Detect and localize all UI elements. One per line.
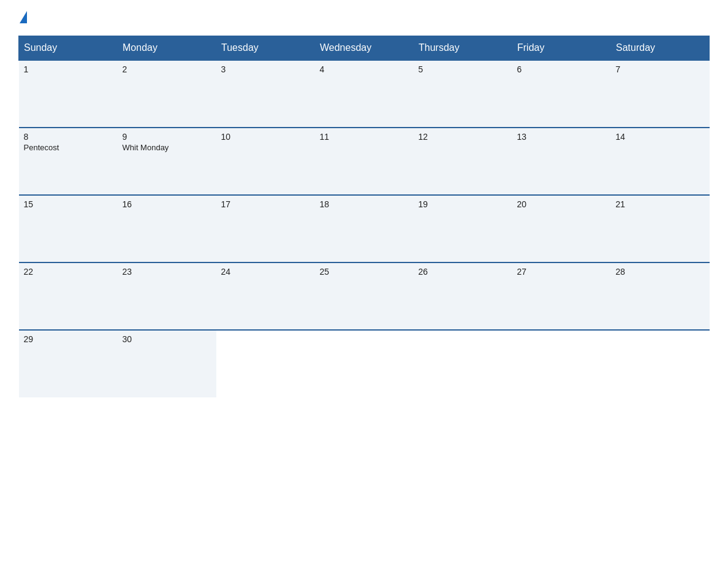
day-number: 22: [24, 267, 113, 277]
calendar-cell: 27: [512, 262, 611, 330]
calendar-cell: 19: [414, 195, 512, 262]
calendar-cell: 22: [19, 262, 118, 330]
day-number: 30: [123, 334, 211, 344]
calendar-cell: [414, 330, 512, 397]
day-header-tuesday: Tuesday: [216, 36, 315, 61]
day-number: 28: [616, 267, 705, 277]
calendar-cell: [315, 330, 414, 397]
day-number: 3: [221, 64, 310, 74]
day-number: 20: [517, 199, 606, 209]
calendar-header: SundayMondayTuesdayWednesdayThursdayFrid…: [19, 36, 710, 61]
calendar-cell: 30: [118, 330, 216, 397]
day-header-wednesday: Wednesday: [315, 36, 414, 61]
day-number: 17: [221, 199, 310, 209]
calendar-cell: 2: [118, 60, 216, 128]
calendar-table: SundayMondayTuesdayWednesdayThursdayFrid…: [18, 36, 710, 397]
day-header-friday: Friday: [512, 36, 611, 61]
week-row-2: 8Pentecost9Whit Monday1011121314: [19, 128, 710, 195]
calendar-cell: 9Whit Monday: [118, 128, 216, 195]
day-number: 19: [419, 199, 507, 209]
logo: [18, 12, 27, 25]
calendar-cell: 29: [19, 330, 118, 397]
calendar-cell: 20: [512, 195, 611, 262]
calendar-cell: 5: [414, 60, 512, 128]
day-number: 16: [123, 199, 211, 209]
calendar-cell: 23: [118, 262, 216, 330]
event-label: Whit Monday: [123, 143, 211, 152]
calendar-cell: [512, 330, 611, 397]
calendar-cell: 13: [512, 128, 611, 195]
day-number: 23: [123, 267, 211, 277]
day-number: 24: [221, 267, 310, 277]
day-number: 5: [419, 64, 507, 74]
week-row-1: 1234567: [19, 60, 710, 128]
calendar-body: 12345678Pentecost9Whit Monday10111213141…: [19, 60, 710, 397]
calendar-cell: 12: [414, 128, 512, 195]
calendar-cell: 4: [315, 60, 414, 128]
calendar-cell: 26: [414, 262, 512, 330]
logo-triangle-icon: [20, 11, 27, 23]
calendar-cell: 7: [611, 60, 710, 128]
calendar-cell: 11: [315, 128, 414, 195]
calendar-cell: 1: [19, 60, 118, 128]
days-header-row: SundayMondayTuesdayWednesdayThursdayFrid…: [19, 36, 710, 61]
header: [18, 12, 710, 25]
day-number: 14: [616, 132, 705, 142]
day-header-thursday: Thursday: [414, 36, 512, 61]
calendar-cell: [216, 330, 315, 397]
day-number: 2: [123, 64, 211, 74]
day-number: 27: [517, 267, 606, 277]
day-header-monday: Monday: [118, 36, 216, 61]
day-number: 7: [616, 64, 705, 74]
day-number: 25: [320, 267, 409, 277]
calendar-cell: 8Pentecost: [19, 128, 118, 195]
calendar-cell: 24: [216, 262, 315, 330]
calendar-cell: 18: [315, 195, 414, 262]
calendar-cell: 10: [216, 128, 315, 195]
day-number: 18: [320, 199, 409, 209]
calendar-cell: 21: [611, 195, 710, 262]
day-number: 10: [221, 132, 310, 142]
day-number: 11: [320, 132, 409, 142]
week-row-5: 2930: [19, 330, 710, 397]
day-number: 13: [517, 132, 606, 142]
day-number: 9: [123, 132, 211, 142]
calendar-cell: 3: [216, 60, 315, 128]
calendar-cell: 15: [19, 195, 118, 262]
day-number: 12: [419, 132, 507, 142]
calendar-cell: 14: [611, 128, 710, 195]
calendar-cell: [611, 330, 710, 397]
day-number: 6: [517, 64, 606, 74]
day-header-sunday: Sunday: [19, 36, 118, 61]
day-number: 4: [320, 64, 409, 74]
day-header-saturday: Saturday: [611, 36, 710, 61]
day-number: 29: [24, 334, 113, 344]
calendar-cell: 25: [315, 262, 414, 330]
day-number: 26: [419, 267, 507, 277]
calendar-cell: 16: [118, 195, 216, 262]
event-label: Pentecost: [24, 143, 113, 152]
calendar-cell: 28: [611, 262, 710, 330]
day-number: 8: [24, 132, 113, 142]
day-number: 21: [616, 199, 705, 209]
week-row-4: 22232425262728: [19, 262, 710, 330]
week-row-3: 15161718192021: [19, 195, 710, 262]
calendar-cell: 6: [512, 60, 611, 128]
day-number: 1: [24, 64, 113, 74]
day-number: 15: [24, 199, 113, 209]
calendar-cell: 17: [216, 195, 315, 262]
